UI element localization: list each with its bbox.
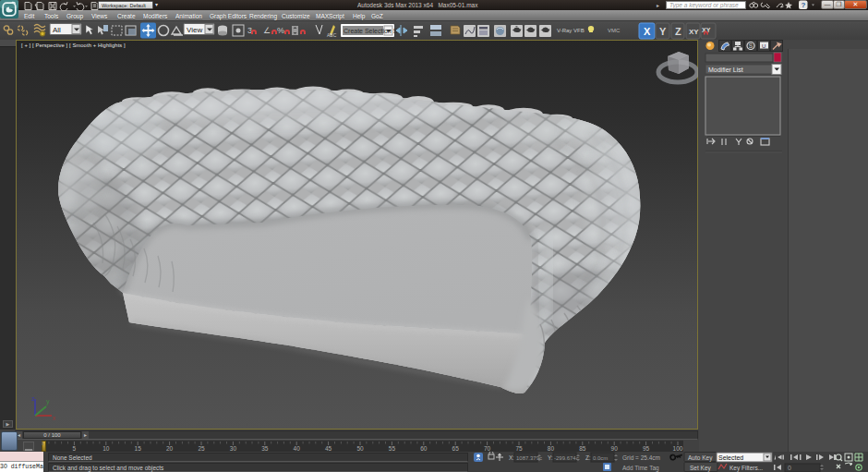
- svg-text:X:: X:: [509, 454, 514, 461]
- svg-text:?: ?: [802, 1, 806, 9]
- svg-text:25: 25: [198, 445, 205, 452]
- svg-text:35: 35: [261, 445, 269, 452]
- svg-text:5: 5: [73, 445, 77, 452]
- svg-text:y: y: [46, 398, 50, 405]
- svg-text:40: 40: [294, 445, 301, 452]
- svg-text:95: 95: [643, 445, 650, 452]
- svg-text:Selected: Selected: [718, 454, 743, 461]
- svg-text:∠: ∠: [263, 26, 271, 35]
- svg-text:55: 55: [389, 445, 396, 452]
- svg-text:80: 80: [548, 445, 555, 452]
- svg-text:100: 100: [673, 445, 683, 452]
- svg-text:x: x: [53, 415, 56, 421]
- svg-text:All: All: [53, 26, 61, 34]
- svg-text:0.0cm: 0.0cm: [593, 455, 608, 461]
- svg-text:30: 30: [230, 445, 237, 452]
- svg-text:Y: Y: [659, 26, 667, 37]
- svg-text:z: z: [31, 395, 35, 402]
- svg-text:Add Time Tag: Add Time Tag: [622, 465, 659, 472]
- svg-text:Modifier List: Modifier List: [708, 67, 743, 73]
- svg-text:VMC: VMC: [608, 28, 621, 33]
- svg-text:45: 45: [325, 445, 332, 452]
- svg-text:90: 90: [611, 445, 619, 452]
- svg-text:Set Key: Set Key: [690, 465, 712, 472]
- svg-text:XY: XY: [689, 28, 699, 36]
- svg-text:Key Filters...: Key Filters...: [729, 465, 763, 472]
- svg-text:75: 75: [515, 445, 523, 452]
- svg-text:65: 65: [452, 445, 460, 452]
- svg-text:70: 70: [484, 445, 491, 452]
- svg-text:Z:: Z:: [585, 454, 591, 461]
- svg-text:Y:: Y:: [548, 454, 553, 461]
- svg-text:View: View: [187, 26, 202, 34]
- svg-text:X: X: [644, 26, 651, 37]
- svg-text:20: 20: [166, 445, 174, 452]
- svg-text:60: 60: [420, 445, 428, 452]
- svg-text:V-Ray VFB: V-Ray VFB: [557, 28, 585, 33]
- svg-text:Z: Z: [675, 26, 681, 37]
- svg-text:Auto Key: Auto Key: [688, 454, 713, 462]
- svg-text:15: 15: [135, 445, 142, 452]
- svg-text:ABC: ABC: [327, 32, 337, 38]
- svg-text:10: 10: [102, 445, 110, 452]
- svg-text:Create Selection Se: Create Selection Se: [344, 28, 401, 34]
- svg-text:%: %: [277, 26, 284, 35]
- svg-text:Grid = 25.4cm: Grid = 25.4cm: [622, 454, 660, 461]
- svg-text:-299.674c: -299.674c: [554, 455, 579, 461]
- svg-text:0: 0: [788, 465, 791, 471]
- svg-text:S: S: [749, 42, 753, 49]
- svg-text:U: U: [762, 43, 766, 49]
- svg-text:85: 85: [579, 445, 586, 452]
- svg-text:50: 50: [356, 445, 364, 452]
